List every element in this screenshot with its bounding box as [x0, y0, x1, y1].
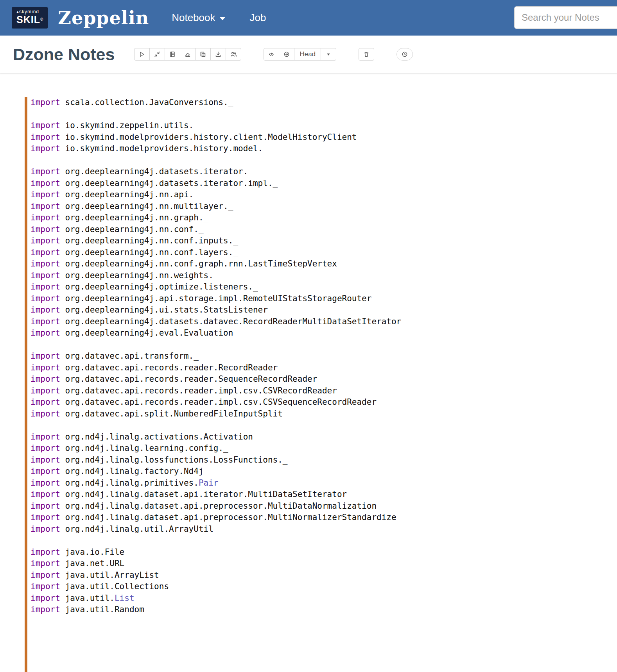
keyword-token: import: [30, 225, 65, 234]
code-line[interactable]: import java.util.Collections: [30, 581, 617, 593]
code-line[interactable]: import org.deeplearning4j.nn.multilayer.…: [30, 201, 617, 213]
delete-note-button[interactable]: [359, 48, 374, 61]
export-note-button[interactable]: [210, 48, 226, 61]
code-line[interactable]: import org.deeplearning4j.nn.conf.inputs…: [30, 235, 617, 247]
code-line[interactable]: import io.skymind.modelproviders.history…: [30, 143, 617, 155]
code-line[interactable]: import org.nd4j.linalg.dataset.api.prepr…: [30, 512, 617, 524]
collapse-code-button[interactable]: [149, 48, 165, 61]
users-icon: [230, 51, 237, 57]
code-token: org.deeplearning4j.nn.conf._: [65, 225, 204, 234]
code-line[interactable]: import java.net.URL: [30, 558, 617, 570]
code-line[interactable]: import org.deeplearning4j.ui.stats.Stats…: [30, 304, 617, 316]
code-token: org.nd4j.linalg.lossfunctions.LossFuncti…: [65, 455, 288, 465]
code-line[interactable]: import org.deeplearning4j.nn.conf.layers…: [30, 247, 617, 259]
caret-down-icon: [326, 52, 331, 57]
note-toolbar: Dzone Notes: [0, 36, 617, 73]
code-line[interactable]: import java.util.ArrayList: [30, 570, 617, 581]
code-line[interactable]: import org.deeplearning4j.nn.conf._: [30, 224, 617, 236]
clone-note-button[interactable]: [195, 48, 211, 61]
eraser-icon: [185, 51, 191, 57]
code-line[interactable]: import java.util.List: [30, 593, 617, 604]
keyword-token: import: [30, 213, 65, 222]
code-line[interactable]: import org.deeplearning4j.nn.graph._: [30, 212, 617, 224]
code-line[interactable]: import org.deeplearning4j.api.storage.im…: [30, 293, 617, 305]
code-line[interactable]: [30, 420, 617, 431]
code-line[interactable]: import org.nd4j.linalg.dataset.api.itera…: [30, 489, 617, 500]
keyword-token: import: [30, 132, 65, 142]
code-line[interactable]: import org.nd4j.linalg.dataset.api.prepr…: [30, 500, 617, 512]
code-line[interactable]: import io.skymind.modelproviders.history…: [30, 132, 617, 143]
code-line[interactable]: import org.nd4j.linalg.primitives.Pair: [30, 477, 617, 489]
head-revision-button[interactable]: Head: [294, 48, 321, 61]
nav-menu-notebook[interactable]: Notebook: [172, 12, 225, 24]
code-token: org.nd4j.linalg.util.ArrayUtil: [65, 524, 213, 534]
code-line[interactable]: import org.deeplearning4j.eval.Evaluatio…: [30, 327, 617, 339]
code-token: org.nd4j.linalg.dataset.api.preprocessor…: [65, 501, 377, 511]
collaboration-button[interactable]: [226, 48, 241, 61]
code-block[interactable]: import scala.collection.JavaConversions.…: [30, 97, 617, 616]
notebook-content: import scala.collection.JavaConversions.…: [0, 73, 617, 672]
code-token: io.skymind.modelproviders.history.model.…: [65, 144, 268, 153]
note-action-group: [134, 48, 241, 61]
code-line[interactable]: import org.datavec.api.split.NumberedFil…: [30, 408, 617, 420]
download-icon: [215, 51, 221, 57]
run-all-button[interactable]: [134, 48, 150, 61]
code-line[interactable]: import org.deeplearning4j.optimize.liste…: [30, 281, 617, 293]
code-line[interactable]: import org.deeplearning4j.datasets.datav…: [30, 316, 617, 328]
code-line[interactable]: import org.nd4j.linalg.activations.Activ…: [30, 431, 617, 443]
scheduler-button[interactable]: [396, 48, 413, 61]
code-line[interactable]: import org.datavec.api.transform._: [30, 350, 617, 362]
keyword-token: import: [30, 363, 65, 372]
code-token: org.nd4j.linalg.learning.config._: [65, 443, 228, 453]
keyword-token: import: [30, 605, 65, 614]
keyword-token: import: [30, 524, 65, 534]
code-line[interactable]: import org.nd4j.linalg.factory.Nd4j: [30, 466, 617, 477]
keyword-token: import: [30, 190, 65, 199]
code-line[interactable]: [30, 109, 617, 120]
code-line[interactable]: import org.nd4j.linalg.learning.config._: [30, 443, 617, 454]
code-line[interactable]: import org.deeplearning4j.datasets.itera…: [30, 178, 617, 189]
show-output-button[interactable]: [165, 48, 180, 61]
set-revision-button[interactable]: [279, 48, 294, 61]
code-line[interactable]: import org.datavec.api.records.reader.Se…: [30, 374, 617, 385]
code-line[interactable]: import org.deeplearning4j.datasets.itera…: [30, 166, 617, 178]
code-line[interactable]: [30, 155, 617, 166]
code-line[interactable]: [30, 535, 617, 547]
code-token: org.deeplearning4j.datasets.iterator._: [65, 167, 253, 176]
clone-note-icon: [200, 51, 206, 57]
code-line[interactable]: import org.deeplearning4j.nn.api._: [30, 189, 617, 201]
code-line[interactable]: import org.datavec.api.records.reader.Re…: [30, 362, 617, 374]
code-paragraph[interactable]: import scala.collection.JavaConversions.…: [25, 97, 617, 672]
skil-logo[interactable]: ▴skymind SKIL®: [12, 7, 48, 29]
clear-output-button[interactable]: [180, 48, 196, 61]
code-line[interactable]: import org.datavec.api.records.reader.im…: [30, 397, 617, 408]
code-line[interactable]: import java.io.File: [30, 547, 617, 558]
code-line[interactable]: import org.nd4j.linalg.lossfunctions.Los…: [30, 454, 617, 466]
code-token: org.deeplearning4j.nn.conf.graph.rnn.Las…: [65, 259, 337, 268]
version-control-button[interactable]: [264, 48, 279, 61]
keyword-token: import: [30, 478, 65, 488]
code-line[interactable]: import org.deeplearning4j.nn.conf.graph.…: [30, 258, 617, 270]
code-line[interactable]: [30, 339, 617, 351]
nav-menu-job[interactable]: Job: [249, 12, 266, 24]
code-line[interactable]: import java.util.Random: [30, 604, 617, 616]
search-input[interactable]: [514, 6, 617, 29]
keyword-token: import: [30, 432, 65, 441]
code-token: java.util.Collections: [65, 582, 169, 591]
code-token: org.deeplearning4j.datasets.datavec.Reco…: [65, 317, 402, 326]
revision-group: Head: [264, 48, 336, 61]
code-token: org.nd4j.linalg.dataset.api.preprocessor…: [65, 513, 396, 522]
code-line[interactable]: import io.skymind.zeppelin.utils._: [30, 120, 617, 132]
note-title[interactable]: Dzone Notes: [13, 45, 115, 64]
notebook-menu-label: Notebook: [172, 12, 215, 24]
code-line[interactable]: import org.nd4j.linalg.util.ArrayUtil: [30, 524, 617, 535]
type-token: List: [115, 593, 135, 603]
zeppelin-brand[interactable]: Zeppelin: [58, 7, 149, 29]
code-line[interactable]: import scala.collection.JavaConversions.…: [30, 97, 617, 109]
keyword-token: import: [30, 374, 65, 384]
keyword-token: import: [30, 513, 65, 522]
code-line[interactable]: import org.datavec.api.records.reader.im…: [30, 385, 617, 397]
code-token: org.deeplearning4j.datasets.iterator.imp…: [65, 179, 278, 188]
revision-dropdown-button[interactable]: [321, 48, 336, 61]
code-line[interactable]: import org.deeplearning4j.nn.weights._: [30, 270, 617, 282]
